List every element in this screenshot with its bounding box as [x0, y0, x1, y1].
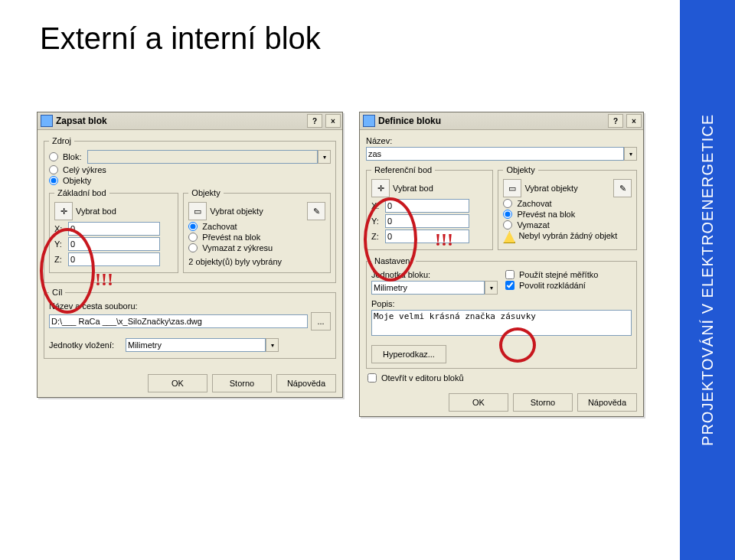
- sidebar: PROJEKTOVÁNÍ V ELEKTROENERGETICE: [680, 0, 735, 560]
- pick-objects-label: Vybrat objekty: [524, 184, 577, 193]
- radio-objects[interactable]: [49, 176, 58, 185]
- objects-group: Objekty ▭ Vybrat objekty ✎ Zachovat Přev…: [183, 188, 331, 273]
- pick-point-icon[interactable]: ✛: [371, 179, 390, 197]
- help-button-icon[interactable]: ?: [307, 114, 322, 128]
- label-whole-drawing: Celý výkres: [63, 165, 106, 174]
- pick-objects-label: Vybrat objekty: [210, 207, 263, 216]
- help-button[interactable]: Nápověda: [577, 393, 637, 412]
- path-input[interactable]: [49, 314, 308, 328]
- help-button[interactable]: Nápověda: [276, 374, 336, 392]
- checkbox-allow-explode[interactable]: [505, 281, 514, 290]
- ok-button[interactable]: OK: [449, 393, 508, 412]
- sidebar-label: PROJEKTOVÁNÍ V ELEKTROENERGETICE: [699, 114, 717, 446]
- pick-point-label: Vybrat bod: [76, 207, 116, 216]
- radio-delete[interactable]: [188, 243, 198, 252]
- ref-point-group: Referenční bod ✛ Vybrat bod X: Y: Z:: [366, 165, 493, 250]
- checkbox-same-scale[interactable]: [505, 270, 514, 279]
- radio-keep[interactable]: [188, 222, 198, 231]
- radio-convert[interactable]: [503, 210, 512, 219]
- source-group: Zdroj Blok: ▾ Celý výkres Objekty Základ…: [44, 136, 336, 283]
- chevron-down-icon[interactable]: ▾: [624, 147, 637, 161]
- browse-button[interactable]: ...: [311, 312, 331, 330]
- y-label: Y:: [54, 239, 65, 249]
- objects-legend: Objekty: [188, 188, 223, 197]
- units-label: Jednotky vložení:: [49, 340, 122, 350]
- base-point-legend: Základní bod: [54, 188, 109, 197]
- cancel-button[interactable]: Storno: [513, 393, 573, 412]
- dialog-title: Definice bloku: [378, 116, 441, 126]
- close-icon[interactable]: ×: [325, 114, 341, 128]
- help-button-icon[interactable]: ?: [608, 114, 623, 128]
- page-title: Externí a interní blok: [40, 21, 321, 56]
- objects-legend: Objekty: [503, 165, 537, 174]
- z-input[interactable]: [385, 230, 469, 243]
- x-label: X:: [54, 224, 65, 233]
- titlebar[interactable]: Zapsat blok ? ×: [38, 112, 342, 130]
- x-label: X:: [371, 201, 382, 210]
- dialog-title: Zapsat blok: [56, 116, 107, 126]
- chevron-down-icon[interactable]: ▾: [485, 281, 498, 295]
- settings-group: Nastavení Jednotka bloku: Milimetry ▾ Po…: [366, 256, 637, 369]
- warning-text: Nebyl vybrán žádný objekt: [518, 231, 632, 240]
- warning-icon: [503, 231, 515, 243]
- quick-select-icon[interactable]: ✎: [307, 202, 325, 220]
- pick-point-label: Vybrat bod: [393, 184, 433, 193]
- pick-objects-icon[interactable]: ▭: [188, 202, 207, 220]
- radio-block[interactable]: [49, 152, 58, 161]
- app-icon: [363, 115, 375, 127]
- desc-input[interactable]: Moje velmi krásná značka zásuvky: [371, 310, 632, 336]
- dialog-define-block: Definice bloku ? × Název: ▾ Referenční b…: [359, 112, 644, 417]
- pick-point-icon[interactable]: ✛: [54, 202, 73, 220]
- block-dropdown[interactable]: [87, 150, 318, 164]
- label-convert: Převést na blok: [202, 233, 260, 242]
- path-label: Název a cesta souboru:: [49, 301, 331, 311]
- name-input[interactable]: [366, 147, 624, 161]
- label-allow-explode: Povolit rozkládání: [519, 281, 586, 290]
- z-input[interactable]: [68, 252, 160, 266]
- dialog-write-block: Zapsat blok ? × Zdroj Blok: ▾ Celý výkre…: [37, 112, 343, 398]
- checkbox-open-editor[interactable]: [368, 373, 377, 383]
- label-objects: Objekty: [63, 176, 91, 185]
- app-icon: [41, 115, 53, 127]
- label-keep: Zachovat: [202, 222, 237, 231]
- ok-button[interactable]: OK: [148, 374, 207, 392]
- cancel-button[interactable]: Storno: [212, 374, 272, 392]
- settings-legend: Nastavení: [371, 256, 416, 265]
- titlebar[interactable]: Definice bloku ? ×: [360, 112, 643, 130]
- hyperlink-button[interactable]: Hyperodkaz...: [371, 345, 446, 363]
- radio-keep[interactable]: [503, 199, 512, 208]
- label-block: Blok:: [63, 152, 81, 161]
- chevron-down-icon[interactable]: ▾: [266, 338, 279, 352]
- y-input[interactable]: [385, 214, 469, 228]
- close-icon[interactable]: ×: [626, 114, 642, 128]
- label-convert: Převést na blok: [517, 210, 575, 219]
- x-input[interactable]: [385, 199, 469, 213]
- desc-label: Popis:: [371, 299, 632, 308]
- x-input[interactable]: [68, 222, 160, 236]
- objects-group: Objekty ▭ Vybrat objekty ✎ Zachovat Přev…: [498, 165, 637, 250]
- radio-whole-drawing[interactable]: [49, 165, 58, 174]
- destination-group: Cíl Název a cesta souboru: ... Jednotky …: [44, 288, 336, 359]
- chevron-down-icon[interactable]: ▾: [318, 150, 331, 164]
- unit-label: Jednotka bloku:: [371, 270, 498, 279]
- destination-legend: Cíl: [49, 288, 65, 297]
- label-open-editor: Otevřít v editoru bloků: [381, 373, 464, 383]
- unit-dropdown[interactable]: Milimetry: [371, 281, 485, 295]
- objects-count-text: 2 objekty(ů) byly vybrány: [188, 257, 325, 266]
- y-label: Y:: [371, 217, 382, 226]
- label-keep: Zachovat: [517, 199, 551, 208]
- radio-delete[interactable]: [503, 220, 512, 230]
- base-point-group: Základní bod ✛ Vybrat bod X: Y: Z:: [49, 188, 178, 273]
- z-label: Z:: [54, 255, 65, 264]
- ref-point-legend: Referenční bod: [371, 165, 435, 174]
- y-input[interactable]: [68, 237, 160, 251]
- radio-convert[interactable]: [188, 233, 198, 242]
- quick-select-icon[interactable]: ✎: [613, 179, 632, 197]
- pick-objects-icon[interactable]: ▭: [503, 179, 521, 197]
- label-delete: Vymazat: [517, 220, 549, 230]
- name-label: Název:: [366, 136, 637, 145]
- units-dropdown[interactable]: Milimetry: [126, 338, 266, 352]
- label-delete: Vymazat z výkresu: [202, 243, 273, 252]
- label-same-scale: Použít stejné měřítko: [519, 270, 598, 279]
- z-label: Z:: [371, 232, 382, 241]
